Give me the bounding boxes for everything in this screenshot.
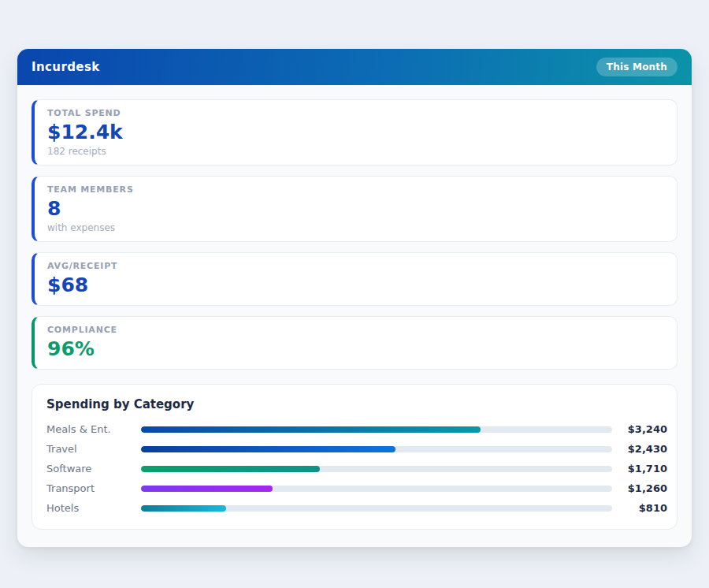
stat-value: 96% — [47, 337, 664, 361]
dashboard-panel: Incurdesk This Month TOTAL SPEND $12.4k … — [17, 49, 692, 547]
category-value: $3,240 — [612, 423, 667, 435]
category-row-hotels: Hotels $810 — [46, 498, 667, 518]
stat-label: TOTAL SPEND — [47, 108, 664, 118]
category-label: Meals & Ent. — [46, 423, 141, 435]
category-row-transport: Transport $1,260 — [46, 478, 667, 498]
category-label: Travel — [46, 443, 141, 455]
stat-card-compliance: COMPLIANCE 96% — [32, 316, 677, 370]
stat-sub: 182 receipts — [47, 146, 664, 157]
app-title: Incurdesk — [32, 60, 100, 74]
stat-card-total-spend: TOTAL SPEND $12.4k 182 receipts — [32, 99, 677, 166]
category-bar-track — [141, 446, 612, 452]
category-bar-track — [141, 426, 612, 433]
category-row-travel: Travel $2,430 — [46, 439, 667, 459]
category-label: Transport — [46, 482, 141, 494]
category-bar-fill — [141, 446, 395, 452]
spending-by-category-card: Spending by Category Meals & Ent. $3,240… — [32, 384, 677, 530]
category-value: $1,710 — [612, 463, 667, 474]
category-label: Hotels — [46, 502, 141, 514]
stat-sub: with expenses — [47, 222, 664, 233]
category-bar-track — [141, 505, 612, 512]
category-bar-fill — [141, 486, 273, 492]
stat-value: $68 — [47, 274, 664, 297]
stat-label: AVG/RECEIPT — [47, 261, 664, 271]
category-bar-track — [141, 486, 612, 492]
dashboard-content: TOTAL SPEND $12.4k 182 receipts TEAM MEM… — [17, 85, 692, 547]
category-bar-fill — [141, 505, 226, 512]
category-rows: Meals & Ent. $3,240 Travel $2,430 Softwa… — [46, 419, 667, 518]
stats-list: TOTAL SPEND $12.4k 182 receipts TEAM MEM… — [32, 99, 677, 370]
stat-label: TEAM MEMBERS — [47, 184, 664, 195]
category-bar-track — [141, 466, 612, 472]
spending-section-title: Spending by Category — [46, 397, 667, 411]
app-header: Incurdesk This Month — [17, 49, 692, 85]
category-label: Software — [46, 463, 141, 474]
stat-label: COMPLIANCE — [47, 325, 664, 335]
category-bar-fill — [141, 426, 481, 433]
category-row-software: Software $1,710 — [46, 459, 667, 478]
stat-card-team-members: TEAM MEMBERS 8 with expenses — [32, 176, 677, 242]
stat-value: $12.4k — [47, 121, 664, 144]
period-badge-button[interactable]: This Month — [596, 58, 677, 76]
category-value: $1,260 — [612, 482, 667, 494]
stat-value: 8 — [47, 197, 664, 221]
category-value: $2,430 — [612, 443, 667, 455]
stat-card-avg-receipt: AVG/RECEIPT $68 — [32, 252, 677, 306]
category-bar-fill — [141, 466, 320, 472]
category-row-meals-ent: Meals & Ent. $3,240 — [46, 419, 667, 439]
category-value: $810 — [612, 502, 667, 514]
